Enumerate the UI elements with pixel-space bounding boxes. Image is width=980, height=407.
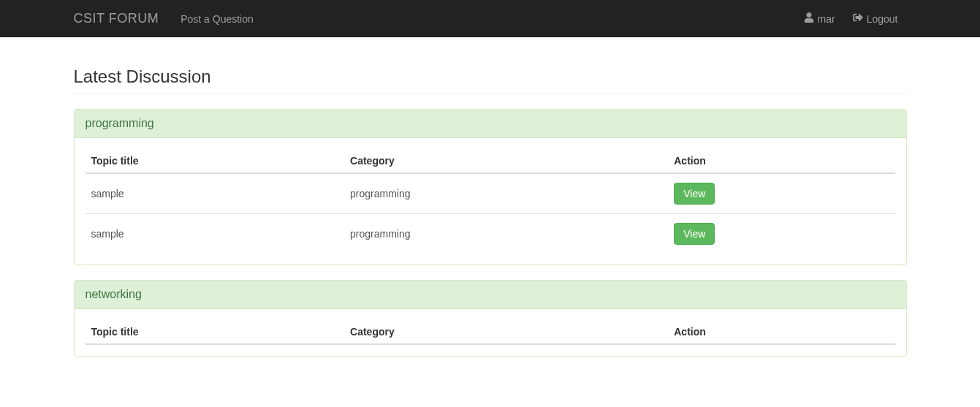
column-header-category: Category	[344, 320, 668, 344]
navbar-inner: CSIT FORUM Post a Question mar Logout	[63, 0, 918, 37]
brand-link[interactable]: CSIT FORUM	[74, 0, 170, 37]
column-header-category: Category	[344, 149, 668, 173]
page-title: Latest Discussion	[74, 66, 907, 87]
logout-link[interactable]: Logout	[844, 1, 907, 36]
page-header: Latest Discussion	[74, 37, 907, 94]
panel-heading: networking	[75, 281, 906, 309]
navbar: CSIT FORUM Post a Question mar Logout	[0, 0, 980, 37]
discussion-table: Topic titleCategoryAction	[86, 320, 895, 345]
panel-heading: programming	[75, 110, 906, 138]
cell-topic-title: sample	[86, 173, 345, 214]
panel-body: Topic titleCategoryActionsampleprogrammi…	[75, 138, 906, 265]
discussion-table: Topic titleCategoryActionsampleprogrammi…	[86, 149, 895, 254]
logout-label: Logout	[867, 13, 898, 25]
panel-body: Topic titleCategoryAction	[75, 309, 906, 356]
user-icon	[804, 12, 814, 25]
table-header-row: Topic titleCategoryAction	[86, 320, 895, 344]
panels-list: programmingTopic titleCategoryActionsamp…	[74, 109, 907, 357]
column-header-action: Action	[668, 149, 894, 173]
discussion-panel: programmingTopic titleCategoryActionsamp…	[74, 109, 907, 265]
navbar-right: mar Logout	[795, 1, 907, 36]
cell-category: programming	[344, 214, 668, 254]
main-container: Latest Discussion programmingTopic title…	[63, 37, 918, 357]
user-label: mar	[818, 13, 835, 25]
panel-title: programming	[86, 117, 154, 129]
column-header-title: Topic title	[86, 149, 345, 173]
column-header-action: Action	[668, 320, 894, 344]
user-link[interactable]: mar	[795, 1, 844, 36]
table-header-row: Topic titleCategoryAction	[86, 149, 895, 173]
column-header-title: Topic title	[86, 320, 345, 344]
table-row: sampleprogrammingView	[86, 214, 895, 254]
cell-topic-title: sample	[86, 214, 345, 254]
panel-title: networking	[86, 288, 142, 300]
table-row: sampleprogrammingView	[86, 173, 895, 214]
cell-action: View	[668, 173, 894, 214]
view-button[interactable]: View	[674, 183, 715, 205]
logout-icon	[853, 12, 863, 25]
cell-category: programming	[344, 173, 668, 214]
view-button[interactable]: View	[674, 223, 715, 245]
cell-action: View	[668, 214, 894, 254]
discussion-panel: networkingTopic titleCategoryAction	[74, 280, 907, 357]
post-question-link[interactable]: Post a Question	[170, 2, 265, 36]
